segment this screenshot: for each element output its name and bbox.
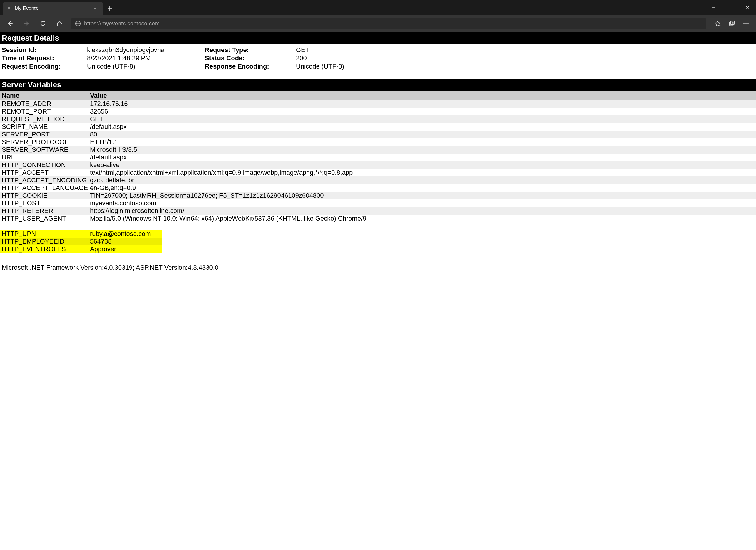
footer-text: Microsoft .NET Framework Version:4.0.303… — [0, 264, 756, 271]
var-name: SERVER_PORT — [0, 131, 88, 138]
var-value: 172.16.76.16 — [88, 100, 756, 108]
table-row: HTTP_ACCEPT_ENCODINGgzip, deflate, br — [0, 176, 756, 184]
table-row: URL/default.aspx — [0, 154, 756, 161]
var-value: 80 — [88, 131, 756, 138]
detail-value: 8/23/2021 1:48:29 PM — [87, 54, 205, 62]
highlighted-vars-wrap: HTTP_UPNruby.a@contoso.comHTTP_EMPLOYEEI… — [0, 230, 756, 253]
table-row: HTTP_ACCEPT_LANGUAGEen-GB,en;q=0.9 — [0, 184, 756, 192]
var-value: en-GB,en;q=0.9 — [88, 184, 756, 192]
var-name: HTTP_UPN — [0, 230, 88, 238]
address-bar[interactable]: https://myevents.contoso.com — [71, 18, 706, 29]
var-value: /default.aspx — [88, 123, 756, 131]
table-row: HTTP_HOSTmyevents.contoso.com — [0, 199, 756, 207]
svg-rect-20 — [730, 22, 733, 26]
detail-label: Request Encoding: — [2, 63, 87, 70]
var-value: GET — [88, 115, 756, 123]
var-value: Mozilla/5.0 (Windows NT 10.0; Win64; x64… — [88, 215, 756, 222]
var-name: REQUEST_METHOD — [0, 115, 88, 123]
detail-value: Unicode (UTF-8) — [87, 63, 205, 70]
table-row: SERVER_PROTOCOLHTTP/1.1 — [0, 138, 756, 146]
detail-value: GET — [296, 46, 378, 54]
var-value: ruby.a@contoso.com — [88, 230, 162, 238]
var-value: HTTP/1.1 — [88, 138, 756, 146]
table-row: HTTP_COOKIETIN=297000; LastMRH_Session=a… — [0, 192, 756, 199]
var-name: SERVER_PROTOCOL — [0, 138, 88, 146]
table-row: HTTP_REFERERhttps://login.microsoftonlin… — [0, 207, 756, 215]
var-value: Approver — [88, 245, 162, 253]
var-value: 564738 — [88, 238, 162, 245]
var-name: HTTP_ACCEPT — [0, 169, 88, 176]
close-tab-button[interactable] — [92, 5, 98, 12]
titlebar: My Events — [0, 0, 756, 15]
detail-label: Time of Request: — [2, 54, 87, 62]
browser-tab[interactable]: My Events — [3, 2, 103, 15]
var-value: keep-alive — [88, 161, 756, 169]
table-row: HTTP_EMPLOYEEID564738 — [0, 238, 162, 245]
var-name: HTTP_CONNECTION — [0, 161, 88, 169]
svg-point-25 — [745, 23, 747, 24]
highlighted-vars-table: HTTP_UPNruby.a@contoso.comHTTP_EMPLOYEEI… — [0, 230, 162, 253]
request-details-grid: Session Id: kiekszqbh3dydnpiogvjbvna Req… — [0, 44, 756, 79]
close-window-button[interactable] — [739, 0, 756, 15]
table-row: SERVER_SOFTWAREMicrosoft-IIS/8.5 — [0, 146, 756, 154]
request-details-title: Request Details — [0, 32, 756, 44]
favorites-button[interactable] — [711, 18, 725, 29]
var-value: text/html,application/xhtml+xml,applicat… — [88, 169, 756, 176]
var-value: gzip, deflate, br — [88, 176, 756, 184]
table-row: REMOTE_PORT32656 — [0, 108, 756, 115]
table-row: HTTP_EVENTROLESApprover — [0, 245, 162, 253]
page-content: Request Details Session Id: kiekszqbh3dy… — [0, 32, 756, 277]
svg-rect-10 — [729, 6, 732, 9]
refresh-button[interactable] — [36, 18, 50, 29]
var-name: SERVER_SOFTWARE — [0, 146, 88, 154]
window-controls — [705, 0, 756, 15]
var-value: Microsoft-IIS/8.5 — [88, 146, 756, 154]
tab-title: My Events — [15, 6, 89, 11]
new-tab-button[interactable] — [103, 2, 116, 15]
var-name: URL — [0, 154, 88, 161]
table-row: HTTP_USER_AGENTMozilla/5.0 (Windows NT 1… — [0, 215, 756, 222]
settings-menu-button[interactable] — [739, 18, 753, 29]
var-name: HTTP_HOST — [0, 199, 88, 207]
table-row: SCRIPT_NAME/default.aspx — [0, 123, 756, 131]
table-row: HTTP_ACCEPTtext/html,application/xhtml+x… — [0, 169, 756, 176]
table-row: HTTP_CONNECTIONkeep-alive — [0, 161, 756, 169]
minimize-button[interactable] — [705, 0, 722, 15]
detail-label: Session Id: — [2, 46, 87, 54]
browser-toolbar: https://myevents.contoso.com — [0, 15, 756, 32]
detail-label: Request Type: — [205, 46, 296, 54]
address-url: https://myevents.contoso.com — [84, 20, 160, 27]
table-row: REQUEST_METHODGET — [0, 115, 756, 123]
var-name: HTTP_COOKIE — [0, 192, 88, 199]
table-header-name: Name — [0, 91, 88, 100]
svg-point-26 — [747, 23, 749, 24]
svg-point-24 — [743, 23, 745, 24]
server-variables-title: Server Variables — [0, 79, 756, 91]
detail-label: Response Encoding: — [205, 63, 296, 70]
collections-button[interactable] — [725, 18, 739, 29]
back-button[interactable] — [3, 18, 17, 29]
forward-button[interactable] — [19, 18, 34, 29]
table-row: REMOTE_ADDR172.16.76.16 — [0, 100, 756, 108]
detail-value: 200 — [296, 54, 378, 62]
var-name: SCRIPT_NAME — [0, 123, 88, 131]
detail-label: Status Code: — [205, 54, 296, 62]
var-value: /default.aspx — [88, 154, 756, 161]
var-name: REMOTE_PORT — [0, 108, 88, 115]
footer-divider — [2, 261, 754, 261]
var-name: HTTP_EVENTROLES — [0, 245, 88, 253]
toolbar-right — [711, 18, 753, 29]
server-variables-table: Name Value REMOTE_ADDR172.16.76.16REMOTE… — [0, 91, 756, 222]
var-value: 32656 — [88, 108, 756, 115]
var-name: HTTP_USER_AGENT — [0, 215, 88, 222]
var-name: HTTP_ACCEPT_LANGUAGE — [0, 184, 88, 192]
titlebar-spacer — [116, 0, 705, 15]
detail-value: kiekszqbh3dydnpiogvjbvna — [87, 46, 205, 54]
home-button[interactable] — [52, 18, 66, 29]
var-name: HTTP_EMPLOYEEID — [0, 238, 88, 245]
table-header-value: Value — [88, 91, 756, 100]
maximize-button[interactable] — [722, 0, 739, 15]
var-name: HTTP_ACCEPT_ENCODING — [0, 176, 88, 184]
detail-value: Unicode (UTF-8) — [296, 63, 378, 70]
var-value: TIN=297000; LastMRH_Session=a16276ee; F5… — [88, 192, 756, 199]
